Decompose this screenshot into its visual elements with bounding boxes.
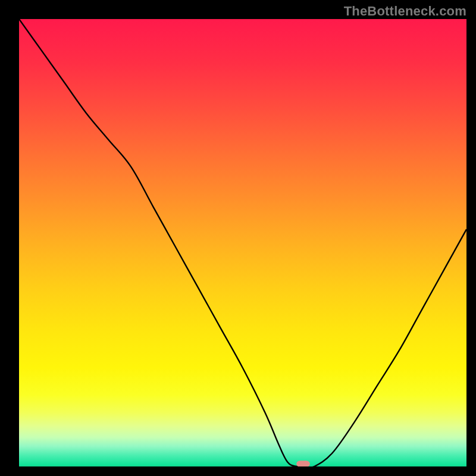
chart-container: TheBottleneck.com: [0, 0, 476, 476]
optimal-point-marker: [296, 461, 310, 466]
watermark-label: TheBottleneck.com: [344, 4, 466, 19]
gradient-background: [19, 19, 466, 466]
bottleneck-chart: [19, 19, 466, 466]
plot-area: [19, 19, 466, 466]
